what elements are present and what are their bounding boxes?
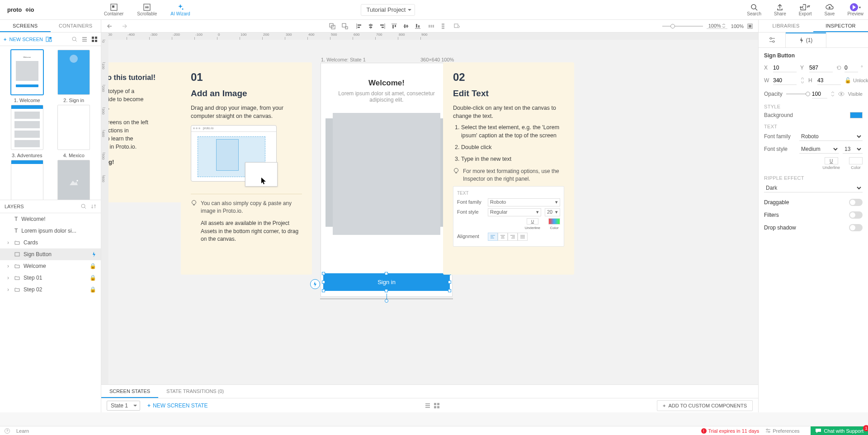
preview-tool[interactable]: ▾Preview (847, 3, 863, 16)
visible-icon[interactable] (838, 92, 844, 96)
search-tool[interactable]: Search (747, 3, 761, 16)
scrollable-tool[interactable]: Scrollable (137, 3, 157, 16)
sort-layers-icon[interactable] (91, 204, 96, 209)
draggable-toggle[interactable] (849, 199, 863, 206)
svg-rect-51 (95, 40, 97, 42)
grid-view-icon[interactable] (92, 37, 97, 42)
new-screen-button[interactable]: NEW SCREEN (9, 37, 43, 42)
distribute-h-icon[interactable] (429, 23, 434, 29)
bulb-icon (453, 168, 459, 174)
ai-wizard-tool[interactable]: AI Wizard (170, 3, 190, 16)
help-icon[interactable]: ? (5, 428, 10, 434)
svg-rect-32 (431, 25, 432, 28)
svg-point-57 (454, 168, 458, 173)
group-icon[interactable] (329, 23, 335, 29)
interactions-tab[interactable]: (1) (786, 33, 826, 47)
project-dropdown[interactable]: Tutorial Project (361, 4, 415, 16)
save-tool[interactable]: Save (825, 3, 835, 16)
export-tool[interactable]: ▾Export (799, 3, 812, 16)
state-dropdown[interactable]: State 1 (107, 401, 140, 411)
lock-icon[interactable]: 🔓 (844, 77, 851, 84)
background-swatch[interactable] (850, 112, 863, 118)
tab-screen-states[interactable]: SCREEN STATES (101, 385, 158, 398)
tab-inspector[interactable]: INSPECTOR (813, 20, 868, 32)
share-tool[interactable]: Share (774, 3, 786, 16)
add-to-components-button[interactable]: +ADD TO CUSTOM COMPONENTS (657, 400, 753, 411)
sign-in-button[interactable]: Sign in (324, 274, 449, 290)
underline-button[interactable]: U (825, 157, 838, 164)
layer-item-selected[interactable]: Sign Button (0, 248, 101, 260)
ungroup-icon[interactable] (342, 23, 348, 29)
align-top-icon[interactable] (392, 23, 397, 29)
layer-item[interactable]: TWelcome! (0, 213, 101, 225)
svg-line-53 (85, 207, 86, 209)
container-tool[interactable]: Container (104, 3, 123, 16)
screen-thumb-5[interactable] (5, 160, 50, 200)
ripple-select[interactable]: Dark (764, 183, 863, 192)
screen-thumb-3[interactable]: 3. Adventures (5, 105, 50, 158)
filters-toggle[interactable] (849, 211, 863, 219)
search-screens-icon[interactable] (72, 37, 77, 42)
x-input[interactable] (773, 63, 797, 72)
svg-rect-42 (49, 40, 52, 42)
rotation-input[interactable] (844, 63, 858, 72)
layer-item[interactable]: TLorem ipsum dolor si... (0, 225, 101, 237)
layer-item[interactable]: ›Step 02🔒 (0, 284, 101, 295)
drop-shadow-toggle[interactable] (849, 224, 863, 231)
screen-thumb-6[interactable] (52, 160, 97, 200)
learn-link[interactable]: Learn (16, 428, 29, 434)
layer-item[interactable]: ›Cards (0, 237, 101, 248)
y-input[interactable] (809, 63, 833, 72)
screen-thumb-4[interactable]: 4. Mexico (52, 105, 97, 158)
screen-thumb-1[interactable]: Welcome 1. Welcome (5, 50, 50, 103)
screen-thumb-2[interactable]: 2. Sign in (52, 50, 97, 103)
link-wh-icon[interactable] (800, 77, 805, 84)
top-insert-tools: Container Scrollable AI Wizard (104, 3, 190, 16)
list-view-icon[interactable] (82, 37, 87, 42)
fit-screen-icon[interactable] (747, 23, 753, 29)
folder-icon (14, 276, 20, 280)
font-style-select[interactable]: Medium (799, 145, 839, 154)
tab-screens[interactable]: SCREENS (0, 20, 51, 32)
font-size-select[interactable]: 13 (843, 145, 863, 154)
tab-libraries[interactable]: LIBRARIES (759, 20, 813, 32)
h-input[interactable] (817, 76, 841, 85)
layer-item[interactable]: ›Welcome🔒 (0, 260, 101, 272)
zoom-control[interactable]: 100% 100% (662, 23, 753, 29)
tab-state-transitions[interactable]: STATE TRANSITIONS (0) (158, 385, 232, 398)
right-panel-tabs: LIBRARIES INSPECTOR (758, 20, 868, 32)
svg-point-52 (81, 204, 85, 208)
canvas[interactable]: -500-400-300-200-10001002003004005006007… (101, 33, 758, 384)
settings-tab-icon[interactable] (759, 33, 786, 47)
svg-line-8 (755, 9, 757, 10)
grid-view-icon[interactable] (434, 403, 439, 408)
step1-card: 01 Add an Image Drag and drop your image… (181, 62, 312, 275)
preferences-link[interactable]: Preferences (765, 428, 799, 434)
w-input[interactable] (773, 76, 797, 85)
stepper-icon[interactable] (831, 91, 835, 97)
folder-icon (14, 287, 20, 292)
layer-item[interactable]: ›Step 01🔒 (0, 272, 101, 284)
distribute-v-icon[interactable] (440, 23, 446, 29)
align-left-icon[interactable] (356, 23, 362, 29)
chat-support-button[interactable]: Chat with Support1 (811, 426, 868, 435)
text-icon: T (14, 228, 18, 234)
more-align-icon[interactable] (454, 23, 460, 29)
new-screen-state-button[interactable]: +NEW SCREEN STATE (147, 402, 208, 409)
align-right-icon[interactable] (380, 23, 385, 29)
template-icon[interactable] (46, 37, 52, 42)
align-bottom-icon[interactable] (415, 23, 420, 29)
artboard-welcome[interactable]: Welcome! Lorem ipsum dolor sit amet, con… (321, 63, 452, 296)
opacity-input[interactable] (812, 89, 827, 98)
font-family-select[interactable]: Roboto (799, 132, 863, 141)
tab-containers[interactable]: CONTAINERS (51, 20, 101, 32)
align-hcenter-icon[interactable] (368, 23, 373, 29)
align-vcenter-icon[interactable] (403, 23, 409, 29)
search-layers-icon[interactable] (81, 204, 86, 209)
trial-notice[interactable]: !Trial expires in 11 days (701, 428, 760, 434)
undo-icon[interactable] (107, 23, 114, 29)
text-color-button[interactable] (849, 157, 863, 164)
list-view-icon[interactable] (425, 403, 430, 408)
redo-icon[interactable] (120, 23, 127, 29)
interaction-badge[interactable] (310, 279, 320, 289)
